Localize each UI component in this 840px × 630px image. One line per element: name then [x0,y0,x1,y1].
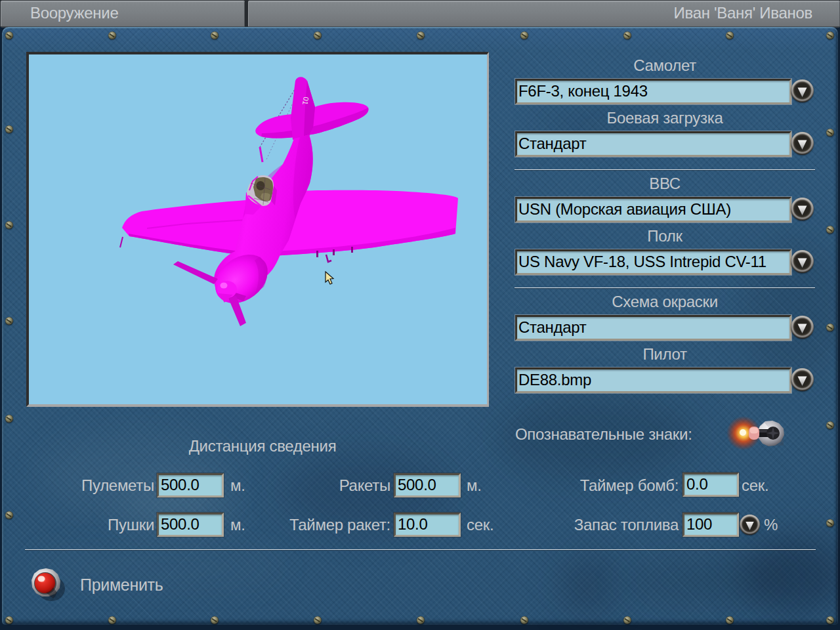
svg-text:01: 01 [301,96,310,106]
